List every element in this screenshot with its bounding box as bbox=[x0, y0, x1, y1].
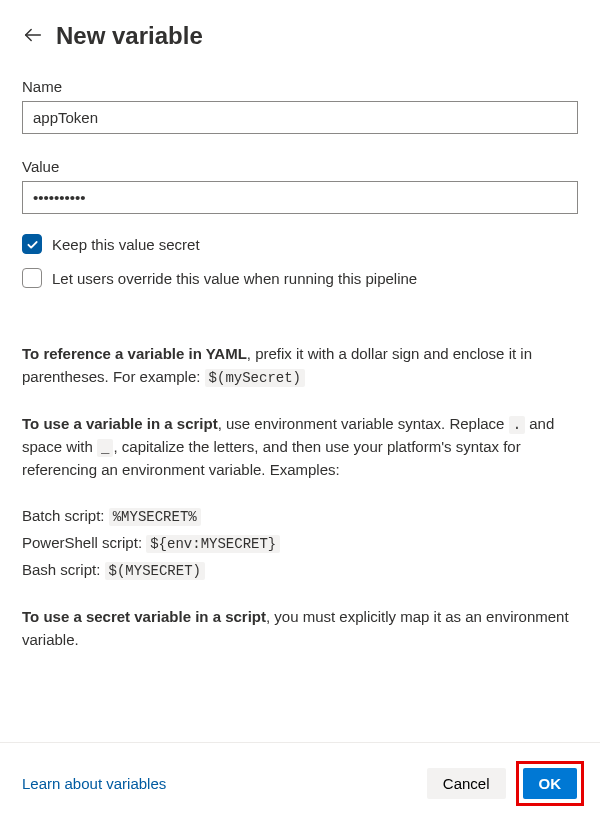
help-text: To reference a variable in YAML, prefix … bbox=[22, 343, 578, 651]
override-checkbox[interactable] bbox=[22, 268, 42, 288]
help-ref-yaml: To reference a variable in YAML bbox=[22, 345, 247, 362]
name-label: Name bbox=[22, 78, 578, 95]
batch-example-label: Batch script: bbox=[22, 507, 109, 524]
help-secret-var: To use a secret variable in a script bbox=[22, 608, 266, 625]
powershell-example-label: PowerShell script: bbox=[22, 534, 146, 551]
value-label: Value bbox=[22, 158, 578, 175]
keep-secret-label: Keep this value secret bbox=[52, 236, 200, 253]
keep-secret-checkbox[interactable] bbox=[22, 234, 42, 254]
page-title: New variable bbox=[56, 22, 203, 50]
name-input[interactable] bbox=[22, 101, 578, 134]
ok-button[interactable]: OK bbox=[523, 768, 578, 799]
ok-button-highlight: OK bbox=[516, 761, 585, 806]
back-arrow-icon[interactable] bbox=[22, 24, 44, 49]
bash-example-label: Bash script: bbox=[22, 561, 105, 578]
cancel-button[interactable]: Cancel bbox=[427, 768, 506, 799]
value-input[interactable] bbox=[22, 181, 578, 214]
override-label: Let users override this value when runni… bbox=[52, 270, 417, 287]
help-use-script: To use a variable in a script bbox=[22, 415, 218, 432]
learn-about-variables-link[interactable]: Learn about variables bbox=[22, 775, 166, 792]
